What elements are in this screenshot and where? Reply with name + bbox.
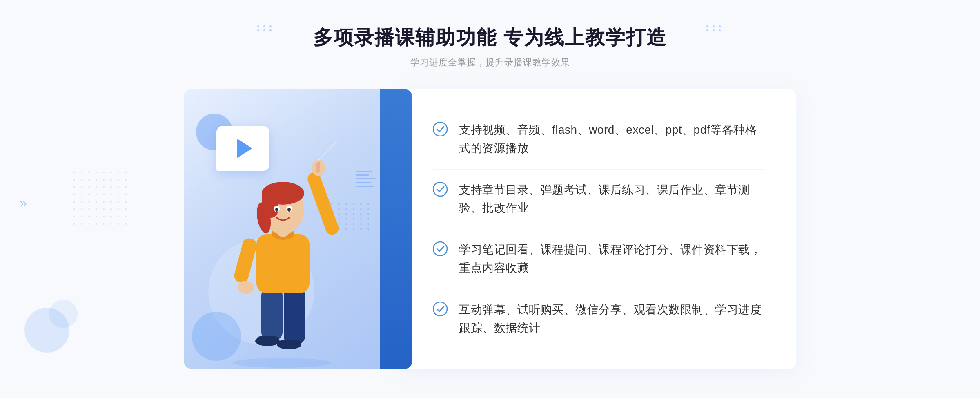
svg-point-20 [275, 208, 278, 212]
feature-item-4: 互动弹幕、试听购买、微信分享、观看次数限制、学习进度跟踪、数据统计 [433, 289, 764, 349]
svg-point-26 [433, 182, 447, 196]
page-wrapper: » 多项录播课辅助功能 专为线上教学打造 学习进度全掌握，提升录播课教学效果 [0, 0, 980, 398]
person-illustration [208, 140, 363, 369]
svg-rect-4 [256, 336, 279, 344]
feature-item-2: 支持章节目录、弹题考试、课后练习、课后作业、章节测验、批改作业 [433, 170, 764, 230]
feature-item-1: 支持视频、音频、flash、word、excel、ppt、pdf等各种格式的资源… [433, 110, 764, 170]
svg-line-23 [316, 142, 335, 163]
feature-text-1: 支持视频、音频、flash、word、excel、ppt、pdf等各种格式的资源… [459, 121, 764, 158]
svg-rect-7 [256, 234, 310, 293]
title-dots-right [706, 25, 723, 31]
feature-text-4: 互动弹幕、试听购买、微信分享、观看次数限制、学习进度跟踪、数据统计 [459, 301, 764, 338]
svg-rect-2 [284, 287, 305, 344]
svg-point-27 [433, 242, 447, 256]
illustration-card [184, 89, 412, 369]
feature-item-3: 学习笔记回看、课程提问、课程评论打分、课件资料下载，重点内容收藏 [433, 229, 764, 289]
check-icon-4 [433, 302, 448, 316]
svg-rect-9 [306, 171, 341, 237]
svg-point-13 [238, 281, 254, 294]
svg-rect-1 [261, 287, 283, 340]
svg-point-28 [433, 302, 447, 316]
chevrons-decoration: » [20, 196, 27, 209]
page-header: 多项录播课辅助功能 专为线上教学打造 学习进度全掌握，提升录播课教学效果 [313, 25, 666, 69]
svg-rect-6 [278, 340, 301, 347]
check-icon-3 [433, 241, 448, 256]
blue-accent-strip [380, 89, 412, 369]
svg-line-24 [318, 140, 339, 161]
title-dots-left [257, 25, 274, 31]
chevron-icon-1: » [20, 196, 27, 209]
svg-point-0 [233, 358, 331, 368]
page-subtitle: 学习进度全掌握，提升录播课教学效果 [313, 56, 666, 69]
features-card: 支持视频、音频、flash、word、excel、ppt、pdf等各种格式的资源… [400, 89, 796, 369]
svg-point-25 [433, 122, 447, 136]
check-icon-1 [433, 122, 448, 136]
svg-point-22 [287, 208, 291, 212]
svg-rect-12 [233, 237, 258, 284]
dot-decoration-left [74, 172, 130, 228]
feature-text-3: 学习笔记回看、课程提问、课程评论打分、课件资料下载，重点内容收藏 [459, 241, 764, 277]
content-area: 支持视频、音频、flash、word、excel、ppt、pdf等各种格式的资源… [184, 89, 796, 369]
page-title: 多项录播课辅助功能 专为线上教学打造 [313, 25, 666, 51]
feature-text-2: 支持章节目录、弹题考试、课后练习、课后作业、章节测验、批改作业 [459, 181, 764, 218]
check-icon-2 [433, 182, 448, 197]
page-deco-circle-small [49, 300, 78, 328]
